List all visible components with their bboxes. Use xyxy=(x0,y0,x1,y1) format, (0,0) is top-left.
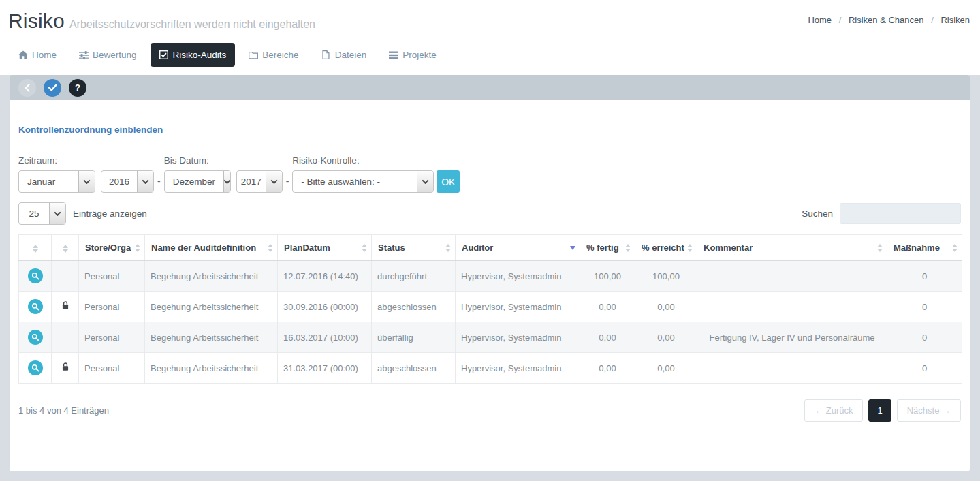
year-from-select[interactable]: 2016 xyxy=(101,170,154,193)
breadcrumb-risiken-chancen[interactable]: Risiken & Chancen xyxy=(849,15,924,25)
column-header-audit[interactable]: Name der Auditdefinition xyxy=(145,235,278,261)
entries-info: 1 bis 4 von 4 Einträgen xyxy=(18,405,109,416)
sort-icon xyxy=(625,244,631,252)
detail-cell xyxy=(19,353,52,384)
cell-status: abgeschlossen xyxy=(372,353,456,384)
detail-cell xyxy=(19,322,52,353)
magnifier-icon xyxy=(31,302,39,311)
column-header-auditor[interactable]: Auditor xyxy=(456,235,580,261)
cell-auditor: Hypervisor, Systemadmin xyxy=(456,353,580,384)
home-icon xyxy=(18,50,28,60)
risk-title: Risiko xyxy=(8,10,65,32)
risk-subtitle: Arbeitsschutzvorschriften werden nicht e… xyxy=(69,18,315,30)
cell-plan: 12.07.2016 (14:40) xyxy=(278,261,372,292)
page-header: RisikoArbeitsschutzvorschriften werden n… xyxy=(0,0,980,75)
chevron-down-icon xyxy=(78,171,95,192)
pagination: ← Zurück 1 Nächste → xyxy=(804,399,961,422)
lock-cell xyxy=(52,353,79,384)
column-header-detail[interactable] xyxy=(19,235,52,261)
magnifier-icon xyxy=(31,333,39,341)
breadcrumb-risiken[interactable]: Risiken xyxy=(941,15,970,25)
cell-erreicht: 0,00 xyxy=(635,292,697,322)
tab-projekte[interactable]: Projekte xyxy=(380,43,445,67)
detail-cell xyxy=(19,292,52,322)
table-row: PersonalBegehung Arbeitssicherheit30.09.… xyxy=(19,292,962,322)
current-page-button[interactable]: 1 xyxy=(868,399,891,422)
chevron-down-icon xyxy=(137,171,153,192)
risiko-kontrolle-select[interactable]: - Bitte auswählen: - xyxy=(292,170,434,193)
column-header-plan[interactable]: PlanDatum xyxy=(278,235,372,261)
breadcrumb-home[interactable]: Home xyxy=(808,15,832,25)
cell-massnahme: 0 xyxy=(887,353,962,384)
audits-table: Store/OrgaName der AuditdefinitionPlanDa… xyxy=(18,234,962,384)
risiko-kontrolle-label: Risiko-Kontrolle: xyxy=(292,155,434,166)
cell-store: Personal xyxy=(79,261,145,292)
month-to-select[interactable]: Dezember xyxy=(164,170,231,193)
year-to-select[interactable]: 2017 xyxy=(236,170,283,193)
filter-bar: Zeitraum: Januar 2016 - Bis Datum: xyxy=(18,155,961,193)
tab-bewertung[interactable]: Bewertung xyxy=(70,43,146,67)
zeitraum-label: Zeitraum: xyxy=(18,155,154,166)
chevron-down-icon xyxy=(417,171,433,192)
next-page-button[interactable]: Nächste → xyxy=(897,399,961,422)
row-detail-button[interactable] xyxy=(28,360,43,375)
sort-icon xyxy=(687,244,693,252)
page-title: RisikoArbeitsschutzvorschriften werden n… xyxy=(8,8,315,33)
tab-label: Risiko-Audits xyxy=(173,50,227,60)
tab-bereiche[interactable]: Bereiche xyxy=(240,43,307,67)
month-from-select[interactable]: Januar xyxy=(18,170,95,193)
zeitraum-group: Zeitraum: Januar 2016 xyxy=(18,155,154,193)
help-button[interactable]: ? xyxy=(69,79,86,97)
detail-cell xyxy=(19,261,52,292)
tab-risiko-audits[interactable]: Risiko-Audits xyxy=(151,43,236,67)
column-header-erreicht[interactable]: % erreicht xyxy=(635,235,697,261)
column-header-lock[interactable] xyxy=(52,235,79,261)
page-length-select[interactable]: 25 xyxy=(18,202,66,225)
list-controls: 25 Einträge anzeigen Suchen xyxy=(18,202,961,225)
page-length-label: Einträge anzeigen xyxy=(73,208,147,219)
row-detail-button[interactable] xyxy=(28,330,43,345)
cell-audit: Begehung Arbeitssicherheit xyxy=(145,292,278,322)
column-label: Store/Orga xyxy=(85,243,131,253)
lock-cell xyxy=(52,322,79,353)
column-label: Auditor xyxy=(462,243,493,253)
cell-fertig: 100,00 xyxy=(580,261,635,292)
cell-kommentar xyxy=(697,292,887,322)
cell-erreicht: 0,00 xyxy=(635,322,697,353)
cell-kommentar xyxy=(697,261,887,292)
prev-page-button[interactable]: ← Zurück xyxy=(804,399,863,422)
cell-store: Personal xyxy=(79,353,145,384)
risiko-kontrolle-group: Risiko-Kontrolle: - Bitte auswählen: - xyxy=(292,155,434,193)
chevron-down-icon xyxy=(49,203,65,224)
sort-icon xyxy=(952,244,958,252)
column-header-store[interactable]: Store/Orga xyxy=(79,235,145,261)
question-icon: ? xyxy=(75,82,80,93)
kontrollenzuordnung-link[interactable]: Kontrollenzuordnung einblenden xyxy=(18,125,163,135)
table-row: PersonalBegehung Arbeitssicherheit12.07.… xyxy=(19,261,962,292)
bis-datum-label: Bis Datum: xyxy=(164,155,283,166)
breadcrumb: Home / Risiken & Chancen / Risiken xyxy=(808,8,970,25)
cell-store: Personal xyxy=(79,292,145,322)
row-detail-button[interactable] xyxy=(28,268,43,283)
cell-status: abgeschlossen xyxy=(372,292,456,322)
confirm-button[interactable] xyxy=(44,79,61,97)
lock-cell xyxy=(52,261,79,292)
cell-audit: Begehung Arbeitssicherheit xyxy=(145,322,278,353)
tab-label: Dateien xyxy=(335,50,367,60)
column-header-massnahme[interactable]: Maßnahme xyxy=(887,235,962,261)
cell-status: durchgeführt xyxy=(372,261,456,292)
content-shell: ? Kontrollenzuordnung einblenden Zeitrau… xyxy=(10,75,970,471)
tab-label: Bewertung xyxy=(93,50,137,60)
search-input[interactable] xyxy=(840,203,961,224)
column-label: % fertig xyxy=(586,243,619,253)
column-header-fertig[interactable]: % fertig xyxy=(580,235,635,261)
back-button[interactable] xyxy=(18,79,36,97)
tab-home[interactable]: Home xyxy=(10,43,65,67)
ok-button[interactable]: OK xyxy=(437,170,460,193)
column-header-kommentar[interactable]: Kommentar xyxy=(697,235,887,261)
tab-dateien[interactable]: Dateien xyxy=(313,43,376,67)
tab-label: Bereiche xyxy=(262,50,298,60)
row-detail-button[interactable] xyxy=(28,299,43,314)
column-header-status[interactable]: Status xyxy=(372,235,456,261)
cell-fertig: 0,00 xyxy=(580,322,635,353)
